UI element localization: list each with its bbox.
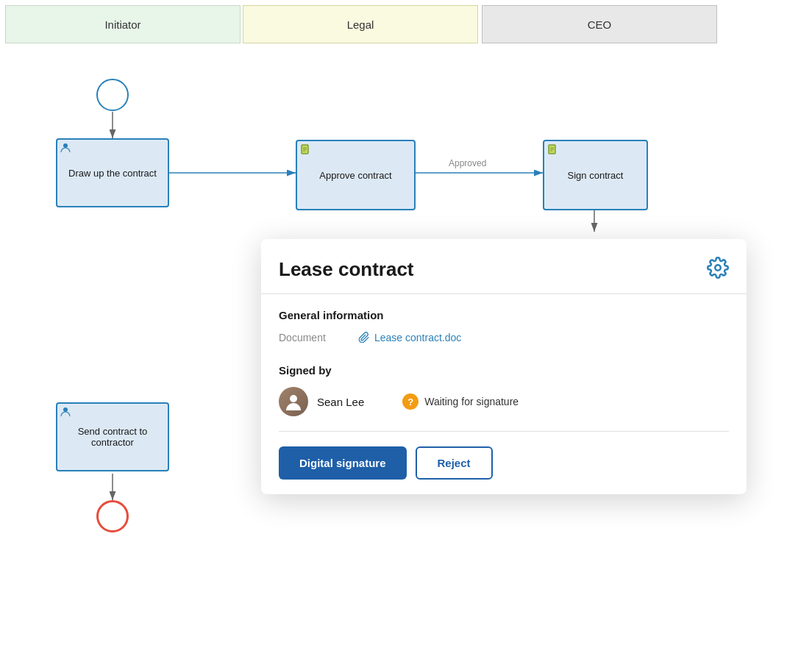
lease-contract-panel: Lease contract General information Docum… bbox=[261, 239, 747, 494]
signed-by-title: Signed by bbox=[279, 364, 729, 377]
person-icon bbox=[60, 143, 71, 153]
panel-actions: Digital signature Reject bbox=[261, 432, 747, 494]
digital-signature-button[interactable]: Digital signature bbox=[279, 446, 407, 480]
signer-row: Sean Lee ? Waiting for signature bbox=[279, 387, 729, 416]
paperclip-icon bbox=[358, 332, 370, 343]
waiting-text: Waiting for signature bbox=[424, 396, 519, 407]
send-contract-node[interactable]: Send contract to contractor bbox=[56, 402, 169, 471]
reject-button[interactable]: Reject bbox=[416, 446, 493, 480]
approve-contract-node[interactable]: Approve contract bbox=[296, 140, 416, 210]
diagram-container: Initiator Legal CEO bbox=[0, 0, 812, 659]
avatar-image bbox=[279, 387, 308, 416]
swimlane-initiator-label: Initiator bbox=[104, 18, 140, 31]
document-row: Document Lease contract.doc bbox=[279, 332, 729, 343]
swimlane-ceo-label: CEO bbox=[588, 18, 612, 31]
doc-icon-sign bbox=[547, 144, 558, 154]
svg-point-19 bbox=[715, 265, 721, 271]
document-link[interactable]: Lease contract.doc bbox=[358, 332, 461, 343]
start-circle bbox=[96, 79, 129, 111]
sign-contract-node[interactable]: Sign contract bbox=[543, 140, 648, 210]
end-circle bbox=[96, 500, 129, 532]
send-contract-label: Send contract to contractor bbox=[63, 426, 162, 448]
person-icon-send bbox=[60, 407, 71, 417]
svg-point-9 bbox=[63, 143, 68, 148]
waiting-status: ? Waiting for signature bbox=[402, 393, 519, 410]
signer-name: Sean Lee bbox=[317, 396, 364, 408]
panel-header: Lease contract bbox=[261, 239, 747, 294]
draw-contract-label: Draw up the contract bbox=[68, 168, 157, 179]
swimlane-ceo: CEO bbox=[482, 5, 717, 43]
svg-point-18 bbox=[63, 407, 68, 412]
general-info-section: General information Document Lease contr… bbox=[261, 294, 747, 364]
swimlane-legal-label: Legal bbox=[347, 18, 374, 31]
sign-contract-label: Sign contract bbox=[568, 170, 624, 181]
document-label: Document bbox=[279, 332, 352, 343]
draw-contract-node[interactable]: Draw up the contract bbox=[56, 138, 169, 207]
signed-by-section: Signed by Sean Lee ? Waiting for signatu… bbox=[261, 364, 747, 431]
waiting-icon: ? bbox=[402, 393, 419, 410]
swimlane-initiator: Initiator bbox=[5, 5, 241, 43]
panel-title: Lease contract bbox=[279, 258, 414, 281]
svg-point-20 bbox=[290, 395, 297, 402]
approved-label: Approved bbox=[449, 158, 486, 168]
approve-contract-label: Approve contract bbox=[319, 170, 391, 181]
doc-icon-approve bbox=[300, 144, 310, 154]
general-info-title: General information bbox=[279, 309, 729, 321]
swimlane-legal: Legal bbox=[243, 5, 478, 43]
signer-avatar bbox=[279, 387, 308, 416]
gear-icon[interactable] bbox=[707, 257, 729, 282]
